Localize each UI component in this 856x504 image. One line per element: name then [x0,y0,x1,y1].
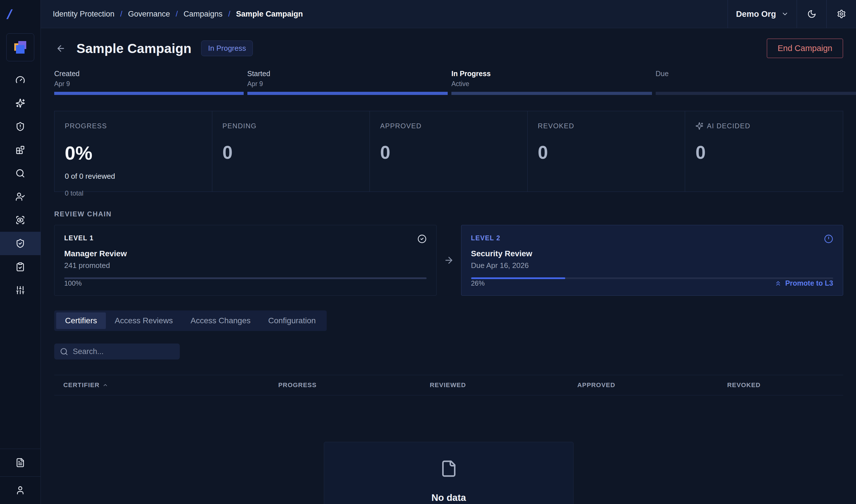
stat-value: 0 [695,142,833,163]
topbar: Identity Protection / Governance / Campa… [41,0,856,28]
promote-to-l3-button[interactable]: Promote to L3 [774,279,833,287]
column-label: PROGRESS [278,381,316,389]
gear-icon [837,10,846,19]
stat-card-revoked: REVOKED 0 [528,111,685,192]
level-label: LEVEL 2 [471,234,500,242]
sidebar-nav [0,68,40,302]
back-button[interactable] [54,42,67,55]
end-campaign-button[interactable]: End Campaign [767,38,843,58]
sidebar-top: / [0,0,40,28]
review-level-name: Security Review [471,249,834,258]
sliders-icon [15,285,25,295]
tab-configuration[interactable]: Configuration [259,312,325,329]
main-area: Identity Protection / Governance / Campa… [41,0,856,504]
sidebar-item-ai[interactable] [0,91,40,115]
sidebar-item-apps[interactable] [0,138,40,162]
search-icon [15,168,25,178]
campaign-timeline: Created Apr 9 Started Apr 9 In Progress … [41,70,856,95]
column-header-revoked[interactable]: REVOKED [727,381,843,389]
review-level-2-card: LEVEL 2 Security Review Due Apr 16, 2026… [461,225,843,295]
column-header-progress[interactable]: PROGRESS [278,381,430,389]
theme-toggle-button[interactable] [797,0,826,28]
empty-state-panel: No data There is no data to display [324,442,573,504]
shield-check-icon [15,239,25,248]
chevron-down-icon [781,10,789,18]
stat-label: APPROVED [380,122,517,130]
timeline-phase-label: Due [656,70,856,78]
tab-access-changes[interactable]: Access Changes [182,312,259,329]
timeline-bar-segment [656,92,856,95]
promote-label: Promote to L3 [785,279,833,287]
stat-label: AI DECIDED [695,122,833,130]
topbar-right: Demo Org [727,0,856,28]
arrow-left-icon [56,43,66,53]
sidebar-item-search[interactable] [0,162,40,185]
stat-card-approved: APPROVED 0 [370,111,528,192]
review-level-subtext: 241 promoted [64,261,427,270]
breadcrumb-governance[interactable]: Governance [128,10,170,19]
breadcrumb-identity-protection[interactable]: Identity Protection [53,10,115,19]
arrow-right-icon [436,225,461,295]
circle-check-icon [417,234,427,244]
search-input[interactable] [73,347,174,356]
timeline-phase-sub: Active [451,80,652,88]
sort-ascending-icon [102,382,108,388]
sidebar-item-scan-eye[interactable] [0,209,40,232]
progress-track [64,277,427,279]
review-level-name: Manager Review [64,249,427,258]
sidebar-item-sliders[interactable] [0,278,40,302]
sidebar-item-shield-check[interactable] [0,232,40,255]
timeline-phase-in-progress: In Progress Active [449,70,652,95]
sidebar-item-clipboard-check[interactable] [0,255,40,278]
app-logo-tile[interactable] [6,33,34,61]
certifiers-table: CERTIFIER PROGRESS REVIEWED APPROVED REV… [54,375,843,504]
breadcrumb-separator: / [176,10,178,19]
sidebar-item-shield-alert[interactable] [0,115,40,138]
sparkles-icon [15,98,25,108]
search-icon [60,347,68,356]
sidebar-item-documents[interactable] [0,449,40,476]
column-header-certifier[interactable]: CERTIFIER [54,381,278,389]
timeline-phase-label: Started [247,70,448,78]
column-header-approved[interactable]: APPROVED [577,381,727,389]
column-label: CERTIFIER [63,381,100,389]
progress-percent: 26% [471,280,485,287]
timeline-bar-segment [54,92,244,95]
sidebar-item-dashboard[interactable] [0,68,40,91]
clock-icon [824,234,833,244]
sidebar: / [0,0,41,504]
column-label: REVIEWED [430,381,466,389]
timeline-bar-segment [451,92,652,95]
breadcrumb: Identity Protection / Governance / Campa… [41,0,303,28]
timeline-phase-sub: Apr 9 [54,80,244,88]
breadcrumb-current-page: Sample Campaign [236,10,303,19]
sidebar-footer [0,449,40,504]
breadcrumb-campaigns[interactable]: Campaigns [184,10,223,19]
sidebar-item-account[interactable] [0,476,40,504]
stats-row: PROGRESS 0% 0 of 0 reviewed 0 total PEND… [54,111,843,192]
chevrons-up-icon [774,280,782,287]
org-switcher[interactable]: Demo Org [727,0,797,28]
timeline-phase-created: Created Apr 9 [41,70,244,95]
timeline-phase-label: In Progress [451,70,652,78]
sidebar-item-user-check[interactable] [0,185,40,209]
blocks-icon [15,145,25,155]
org-name: Demo Org [736,10,776,19]
gauge-icon [15,75,25,85]
stat-value: 0 [223,142,360,163]
column-header-reviewed[interactable]: REVIEWED [430,381,577,389]
timeline-phase-started: Started Apr 9 [245,70,448,95]
stat-value: 0% [65,142,202,164]
empty-state-title: No data [324,492,573,503]
timeline-phase-sub [656,80,856,88]
page-content: Sample Campaign In Progress End Campaign… [41,28,856,504]
breadcrumb-separator: / [228,10,230,19]
settings-button[interactable] [826,0,856,28]
tab-certifiers[interactable]: Certifiers [56,312,106,329]
level-label: LEVEL 1 [64,234,93,242]
user-check-icon [15,192,25,201]
clipboard-check-icon [15,262,25,272]
file-icon [324,460,573,478]
tab-access-reviews[interactable]: Access Reviews [106,312,182,329]
stat-label-text: AI DECIDED [707,122,750,130]
